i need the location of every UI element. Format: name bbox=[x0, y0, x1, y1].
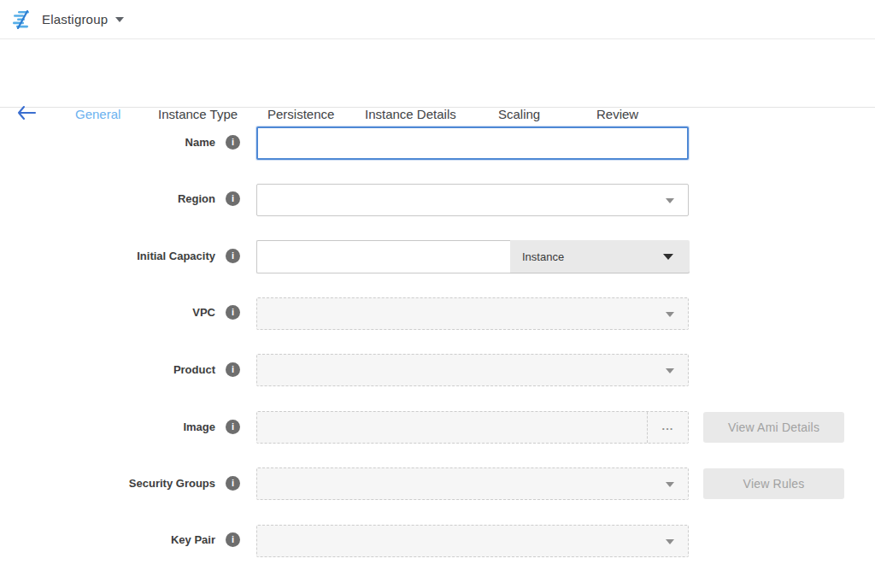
tab-review[interactable]: Review bbox=[596, 107, 638, 121]
info-icon[interactable]: i bbox=[226, 362, 240, 377]
chevron-down-icon bbox=[666, 368, 674, 373]
info-icon[interactable]: i bbox=[226, 135, 240, 150]
info-glyph: i bbox=[232, 193, 234, 203]
initial-capacity-label: Initial Capacity bbox=[0, 250, 215, 263]
product-select[interactable] bbox=[256, 354, 689, 386]
view-ami-details-button[interactable]: View Ami Details bbox=[703, 412, 844, 443]
key-pair-select[interactable] bbox=[256, 525, 689, 557]
info-glyph: i bbox=[232, 364, 234, 374]
initial-capacity-input[interactable] bbox=[256, 240, 510, 273]
chevron-down-icon bbox=[666, 482, 674, 487]
app-switcher-label: Elastigroup bbox=[42, 12, 108, 26]
info-icon[interactable]: i bbox=[226, 476, 240, 491]
info-glyph: i bbox=[232, 250, 234, 261]
key-pair-label: Key Pair bbox=[0, 533, 215, 547]
tab-instance-type[interactable]: Instance Type bbox=[158, 107, 238, 121]
chevron-down-icon bbox=[663, 254, 673, 260]
image-label: Image bbox=[0, 420, 215, 434]
browse-image-button[interactable]: ... bbox=[647, 412, 688, 443]
chevron-down-icon bbox=[666, 539, 674, 544]
tab-general[interactable]: General bbox=[75, 107, 120, 121]
app-switcher[interactable]: Elastigroup bbox=[34, 12, 124, 26]
region-label: Region bbox=[0, 192, 215, 206]
back-button[interactable] bbox=[16, 105, 37, 121]
chevron-down-icon bbox=[666, 312, 674, 317]
capacity-unit-value: Instance bbox=[522, 250, 564, 263]
info-glyph: i bbox=[232, 307, 234, 317]
capacity-unit-select[interactable]: Instance bbox=[510, 240, 690, 273]
info-icon[interactable]: i bbox=[226, 420, 240, 434]
info-icon[interactable]: i bbox=[226, 191, 240, 206]
chevron-down-icon bbox=[115, 17, 124, 22]
info-glyph: i bbox=[232, 478, 234, 488]
wizard-tab-bar: General Instance Type Persistence Instan… bbox=[0, 39, 875, 108]
info-glyph: i bbox=[232, 534, 234, 544]
view-rules-button[interactable]: View Rules bbox=[703, 468, 844, 499]
info-icon[interactable]: i bbox=[226, 532, 240, 547]
tab-scaling[interactable]: Scaling bbox=[498, 107, 540, 121]
top-bar: Elastigroup bbox=[0, 0, 875, 39]
region-select[interactable] bbox=[256, 184, 689, 216]
security-groups-label: Security Groups bbox=[0, 477, 215, 491]
vpc-select[interactable] bbox=[256, 297, 689, 330]
security-groups-select[interactable] bbox=[256, 467, 689, 500]
info-glyph: i bbox=[232, 137, 234, 147]
product-label: Product bbox=[0, 363, 215, 377]
name-input[interactable] bbox=[256, 126, 689, 160]
tab-persistence[interactable]: Persistence bbox=[267, 107, 334, 121]
name-label: Name bbox=[0, 136, 215, 150]
chevron-down-icon bbox=[666, 198, 674, 203]
info-icon[interactable]: i bbox=[226, 249, 240, 263]
tab-instance-details[interactable]: Instance Details bbox=[365, 107, 456, 121]
info-glyph: i bbox=[232, 421, 234, 432]
vpc-label: VPC bbox=[0, 306, 215, 320]
image-field[interactable]: ... bbox=[256, 411, 689, 444]
elastigroup-logo-icon bbox=[12, 10, 34, 29]
info-icon[interactable]: i bbox=[226, 305, 240, 320]
